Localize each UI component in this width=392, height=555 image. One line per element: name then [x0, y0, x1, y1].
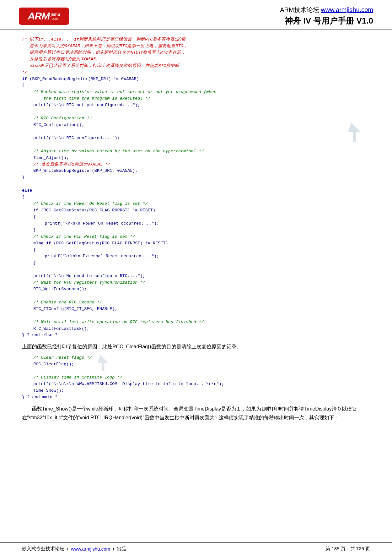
header-book-title: 神舟 IV 号用户手册 V1.0: [280, 15, 373, 26]
code-comment-7: /* Check if the Pin Reset flag is set */: [22, 234, 370, 240]
code-blank-6: [22, 293, 370, 299]
code-brace-5: }: [22, 227, 370, 234]
code-time-adjust: Time_Adjust();: [22, 155, 370, 161]
code-printf-3: printf("\r\n\n Power On Reset occurred..…: [22, 220, 370, 227]
header-site-link[interactable]: www.armjishu.com: [321, 6, 373, 13]
code-blank-1: [22, 109, 370, 115]
code-end-else: } ? end else ?: [22, 332, 370, 339]
code-brace-1: {: [22, 82, 370, 89]
logo-dotcom-text: .com: [51, 17, 60, 20]
code-comment-6: /* Check if the Power On Reset flag is s…: [22, 201, 370, 207]
logo: ARM jishu .com: [19, 8, 69, 25]
code-comment-9: /* Enable the RTC Second */: [22, 299, 370, 306]
code-comment-8: /* Wait for RTC registers synchronizatio…: [22, 280, 370, 286]
code-comment-display: /* Display time in infinite loop */: [22, 374, 370, 381]
header: ARM jishu .com ARM技术论坛 www.armjishu.com …: [0, 0, 392, 30]
code-blank-3: [22, 142, 370, 148]
code-printf-5: printf("\r\n No need to configure RTC...…: [22, 273, 370, 280]
prose-para-1: 上面的函数已经打印了复位的原因，此处RCC_ClearFlag()函数的目的是清…: [22, 342, 370, 351]
header-right: ARM技术论坛 www.armjishu.com 神舟 IV 号用户手册 V1.…: [280, 6, 373, 26]
code-else: else: [22, 188, 370, 194]
code-brace-3: {: [22, 194, 370, 201]
code-blank-8: [22, 368, 370, 374]
code-comment-4: /* Adjust time by values entred by the u…: [22, 148, 370, 155]
code-comment-1c: 提示用户通过串口更改系统时间，把实际时间转化为RTC计数值写入RTC寄存器，: [22, 50, 370, 56]
code-rcc-clear: RCC_ClearFlag();: [22, 361, 370, 368]
code-block-main: /* 以下if...else.... if判断系统时间是否已经设置，判断RTC后…: [22, 36, 370, 339]
code-if2: if (RCC_GetFlagStatus(RCC_FLAG_PORRST) !…: [22, 207, 370, 214]
code-bkp-write: BKP_WriteBackupRegister(BKP_DR1, 0xA5A5)…: [22, 168, 370, 174]
page: ARM jishu .com ARM技术论坛 www.armjishu.com …: [0, 0, 392, 555]
code-brace-4: {: [22, 214, 370, 220]
code-brace-6: {: [22, 247, 370, 253]
footer-left: 嵌入式专业技术论坛（ www.armjishu.com ）出品: [22, 546, 126, 552]
watermark-arrow-2: [97, 354, 111, 373]
code-comment-1b: 是否为事先写入的0XA5A5，如果不是，则说明RTC是第一次上电，需要配置RTC…: [22, 43, 370, 50]
watermark-arrow-1: [348, 121, 364, 143]
logo-jishu-text: jishu: [51, 12, 60, 17]
code-rtc-config: RTC_Configuration();: [22, 122, 370, 128]
code-comment-5: /* 修改后备寄存器1的值为0XA5A5 */: [22, 161, 370, 168]
code-blank-4: [22, 181, 370, 188]
code-comment-1f: */: [22, 69, 370, 76]
code-comment-10: /* Wait until last write operation on RT…: [22, 319, 370, 326]
code-printf-6: printf("\r\n\r\n WWW.ARMJISHU.COM Displa…: [22, 381, 370, 388]
code-line-if1: if (BKP_ReadBackupRegister(BKP_DR1) != 0…: [22, 76, 370, 83]
code-end-main: } ? end main ?: [22, 394, 370, 401]
code-brace-7: }: [22, 260, 370, 266]
prose-para-2: 函数Time_Show()是一个while死循环，每秒打印一次系统时间。全局变量…: [22, 405, 370, 423]
footer-link[interactable]: www.armjishu.com: [71, 546, 110, 552]
footer-left-text: 嵌入式专业技术论坛（: [22, 546, 69, 552]
code-printf-1: printf("\r\n RTC not yet configured...."…: [22, 102, 370, 109]
code-printf-2: printf("\r\n RTC configured....");: [22, 135, 370, 142]
code-elseif: else if (RCC_GetFlagStatus(RCC_FLAG_PINR…: [22, 240, 370, 247]
code-rtc-last: RTC_WaitForLastTask();: [22, 326, 370, 332]
code-comment-clear: /* Clear reset flags */: [22, 355, 370, 361]
footer-left-text2: ）出品: [112, 546, 126, 552]
logo-area: ARM jishu .com: [19, 8, 69, 25]
code-comment-2b: the first time the program is executed) …: [22, 95, 370, 102]
logo-arm-text: ARM: [28, 10, 50, 22]
code-comment-2a: /* Backup data register value is not cor…: [22, 89, 370, 95]
code-time-show: Time_Show();: [22, 388, 370, 394]
code-comment-1e: else表示已经设置了系统时间，打印上次系统复位的原因，并使能RTC秒中断: [22, 63, 370, 69]
code-comment-1d: 并修改后备寄存器1的值为0XA5A5。: [22, 56, 370, 63]
main-content: /* 以下if...else.... if判断系统时间是否已经设置，判断RTC后…: [0, 30, 392, 542]
header-site-title: ARM技术论坛 www.armjishu.com: [280, 6, 373, 14]
code-blank-5: [22, 266, 370, 273]
code-block-clear: /* Clear reset flags */ RCC_ClearFlag();…: [22, 355, 370, 400]
footer: 嵌入式专业技术论坛（ www.armjishu.com ）出品 第 185 页，…: [0, 542, 392, 555]
code-blank-2: [22, 128, 370, 135]
code-blank-7: [22, 313, 370, 319]
code-comment-3: /* RTC Configuration */: [22, 115, 370, 122]
code-rtc-sync: RTC_WaitForSynchro();: [22, 286, 370, 293]
code-rtc-it: RTC_ITConfig(RTC_IT_SEC, ENABLE);: [22, 306, 370, 313]
code-printf-4: printf("\r\n\n External Reset occurred..…: [22, 253, 370, 260]
code-brace-2: }: [22, 174, 370, 181]
footer-right: 第 185 页，共 726 页: [325, 546, 370, 552]
code-comment-1a: /* 以下if...else.... if判断系统时间是否已经设置，判断RTC后…: [22, 36, 370, 43]
